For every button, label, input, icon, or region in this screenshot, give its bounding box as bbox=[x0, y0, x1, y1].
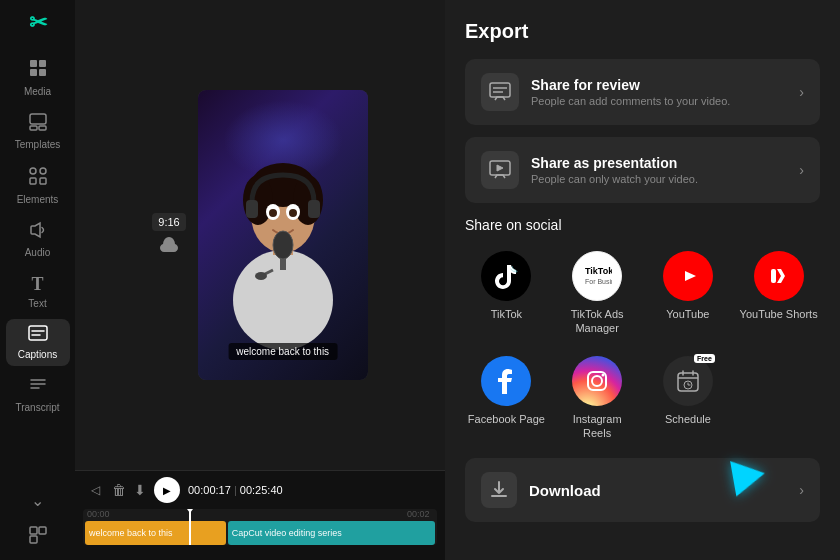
social-instagram[interactable]: Instagram Reels bbox=[556, 350, 639, 447]
export-title: Export bbox=[465, 20, 820, 43]
download-chevron: › bbox=[799, 482, 804, 498]
svg-rect-3 bbox=[39, 69, 46, 76]
aspect-ratio-badge[interactable]: 9:16 bbox=[152, 213, 185, 231]
timeline-controls: ◁ 🗑 ⬇ ▶ 00:00:17 | 00:25:40 bbox=[83, 477, 437, 503]
elements-icon bbox=[28, 166, 48, 191]
social-section-label: Share on social bbox=[465, 217, 820, 233]
svg-point-33 bbox=[273, 231, 293, 259]
sidebar-item-templates[interactable]: Templates bbox=[6, 107, 70, 156]
tiktok-biz-icon: TikTok: For Business bbox=[572, 251, 622, 301]
schedule-icon: Free bbox=[663, 356, 713, 406]
download-timeline-icon[interactable]: ⬇ bbox=[134, 482, 146, 498]
text-icon: T bbox=[31, 274, 43, 295]
sidebar-item-media[interactable]: Media bbox=[6, 52, 70, 103]
share-review-card[interactable]: Share for review People can add comments… bbox=[465, 59, 820, 125]
youtube-icon bbox=[663, 251, 713, 301]
playhead[interactable] bbox=[189, 509, 191, 545]
share-presentation-text: Share as presentation People can only wa… bbox=[531, 155, 787, 185]
svg-rect-4 bbox=[30, 114, 46, 124]
clip-1[interactable]: welcome back to this bbox=[85, 521, 226, 545]
current-time: 00:00:17 | 00:25:40 bbox=[188, 484, 433, 496]
svg-rect-10 bbox=[40, 178, 46, 184]
share-presentation-icon bbox=[481, 151, 519, 189]
sidebar-item-expand[interactable]: ⌄ bbox=[6, 485, 70, 516]
svg-text:TikTok:: TikTok: bbox=[585, 266, 612, 276]
share-presentation-title: Share as presentation bbox=[531, 155, 787, 171]
social-tiktok[interactable]: TikTok bbox=[465, 245, 548, 342]
editor-area: 9:16 bbox=[75, 0, 445, 560]
sidebar-item-label: Templates bbox=[15, 139, 61, 150]
svg-rect-6 bbox=[39, 126, 46, 130]
share-review-chevron: › bbox=[799, 84, 804, 100]
share-review-icon bbox=[481, 73, 519, 111]
social-tiktok-biz[interactable]: TikTok: For Business TikTok Ads Manager bbox=[556, 245, 639, 342]
download-area: Download › bbox=[465, 458, 820, 522]
share-presentation-card[interactable]: Share as presentation People can only wa… bbox=[465, 137, 820, 203]
free-badge: Free bbox=[694, 354, 715, 363]
download-icon bbox=[481, 472, 517, 508]
svg-point-7 bbox=[30, 168, 36, 174]
instagram-label: Instagram Reels bbox=[558, 412, 637, 441]
sidebar: ✂ Media Templates bbox=[0, 0, 75, 560]
social-yt-shorts[interactable]: YouTube Shorts bbox=[737, 245, 820, 342]
svg-rect-9 bbox=[30, 178, 36, 184]
track-ruler: 00:00 00:02 bbox=[83, 509, 437, 521]
svg-text:For Business: For Business bbox=[585, 278, 612, 285]
sidebar-item-bottom[interactable] bbox=[6, 520, 70, 550]
timeline-track[interactable]: 00:00 00:02 welcome back to this CapCut … bbox=[83, 509, 437, 545]
aspect-controls: 9:16 bbox=[152, 213, 185, 257]
sidebar-item-label: Text bbox=[28, 298, 46, 309]
sidebar-item-label: Media bbox=[24, 86, 51, 97]
sidebar-item-audio[interactable]: Audio bbox=[6, 215, 70, 264]
svg-rect-2 bbox=[30, 69, 37, 76]
instagram-icon bbox=[572, 356, 622, 406]
svg-rect-0 bbox=[30, 60, 37, 67]
social-schedule[interactable]: Free Schedule bbox=[647, 350, 730, 447]
export-panel: Export Share for review People can add c… bbox=[445, 0, 840, 560]
svg-rect-18 bbox=[39, 527, 46, 534]
svg-rect-31 bbox=[308, 200, 320, 218]
svg-rect-47 bbox=[678, 373, 698, 391]
svg-rect-19 bbox=[30, 536, 37, 543]
svg-rect-11 bbox=[29, 326, 47, 340]
tiktok-icon bbox=[481, 251, 531, 301]
svg-rect-17 bbox=[30, 527, 37, 534]
tiktok-biz-label: TikTok Ads Manager bbox=[558, 307, 637, 336]
schedule-label: Schedule bbox=[665, 412, 711, 426]
captions-icon bbox=[28, 325, 48, 346]
yt-shorts-icon bbox=[754, 251, 804, 301]
video-preview: welcome back to this bbox=[198, 90, 368, 380]
yt-shorts-label: YouTube Shorts bbox=[740, 307, 818, 321]
social-facebook[interactable]: Facebook Page bbox=[465, 350, 548, 447]
play-button[interactable]: ▶ bbox=[154, 477, 180, 503]
share-presentation-subtitle: People can only watch your video. bbox=[531, 173, 787, 185]
track-clips: welcome back to this CapCut video editin… bbox=[83, 521, 437, 545]
svg-rect-5 bbox=[30, 126, 37, 130]
youtube-label: YouTube bbox=[666, 307, 709, 321]
share-review-text: Share for review People can add comments… bbox=[531, 77, 787, 107]
subtitle-text: welcome back to this bbox=[228, 343, 337, 360]
sidebar-item-captions[interactable]: Captions bbox=[6, 319, 70, 366]
social-youtube[interactable]: YouTube bbox=[647, 245, 730, 342]
share-review-title: Share for review bbox=[531, 77, 787, 93]
preview-container: 9:16 bbox=[75, 0, 445, 470]
sidebar-item-label: Captions bbox=[18, 349, 57, 360]
delete-icon[interactable]: 🗑 bbox=[112, 482, 126, 498]
svg-rect-36 bbox=[490, 83, 510, 97]
svg-point-29 bbox=[289, 209, 297, 217]
templates-icon bbox=[29, 113, 47, 136]
svg-point-45 bbox=[592, 376, 602, 386]
media-icon bbox=[28, 58, 48, 83]
svg-rect-30 bbox=[246, 200, 258, 218]
sidebar-item-text[interactable]: T Text bbox=[6, 268, 70, 315]
clip-2[interactable]: CapCut video editing series bbox=[228, 521, 435, 545]
sidebar-item-elements[interactable]: Elements bbox=[6, 160, 70, 211]
timeline: ◁ 🗑 ⬇ ▶ 00:00:17 | 00:25:40 00:00 00:02 … bbox=[75, 470, 445, 560]
social-grid: TikTok TikTok: For Business TikTok Ads M… bbox=[465, 245, 820, 446]
sidebar-item-label: Audio bbox=[25, 247, 51, 258]
sidebar-item-transcript[interactable]: Transcript bbox=[6, 370, 70, 419]
timeline-left-btn[interactable]: ◁ bbox=[87, 483, 104, 497]
audio-icon bbox=[29, 221, 47, 244]
share-review-subtitle: People can add comments to your video. bbox=[531, 95, 787, 107]
facebook-label: Facebook Page bbox=[468, 412, 545, 426]
